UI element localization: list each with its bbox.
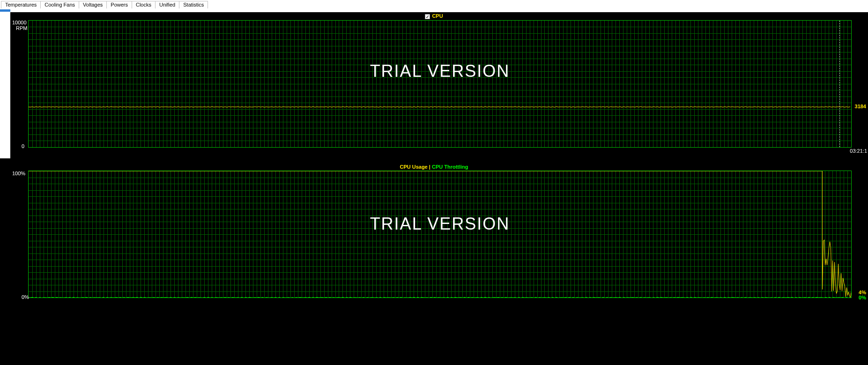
left-gutter [0, 12, 10, 158]
y-axis-min: 0% [22, 294, 29, 300]
value-tag: 0% [859, 295, 866, 300]
time-cursor[interactable] [839, 21, 840, 147]
y-axis-max: 100% [12, 171, 25, 176]
tab-clocks[interactable]: Clocks [132, 1, 156, 8]
tab-powers[interactable]: Powers [106, 1, 132, 8]
chart-panel: CPU Usage | CPU ThrottlingTRIAL VERSION1… [0, 163, 868, 309]
plot-area[interactable]: TRIAL VERSION [28, 20, 852, 148]
legend-separator: | [428, 164, 432, 170]
chart-legend: CPU Usage | CPU Throttling [0, 163, 868, 171]
tab-voltages[interactable]: Voltages [79, 1, 107, 8]
legend-item[interactable]: CPU [432, 13, 443, 19]
progress-indicator [0, 9, 10, 12]
legend-checkbox[interactable]: ✓ [425, 14, 430, 19]
timestamp-label: 03:21:1 [850, 148, 867, 154]
tab-temperatures[interactable]: Temperatures [1, 1, 41, 8]
plot-area[interactable]: TRIAL VERSION [28, 171, 852, 298]
chart-panel: ✓CPUTRIAL VERSION10000RPM0318403:21:1 [0, 12, 868, 158]
tab-cooling-fans[interactable]: Cooling Fans [40, 1, 79, 9]
tab-statistics[interactable]: Statistics [179, 1, 208, 8]
chart-legend: ✓CPU [0, 12, 868, 20]
progress-strip [0, 8, 868, 12]
y-axis-unit: RPM [16, 25, 27, 31]
value-tag: 3184 [855, 104, 866, 109]
legend-item[interactable]: CPU Usage [400, 164, 427, 170]
legend-item[interactable]: CPU Throttling [432, 164, 468, 170]
tab-unified[interactable]: Unified [155, 1, 179, 8]
y-axis-min: 0 [22, 143, 24, 149]
y-axis-max: 10000 [12, 20, 27, 25]
tab-strip: TemperaturesCooling FansVoltagesPowersCl… [0, 0, 868, 8]
